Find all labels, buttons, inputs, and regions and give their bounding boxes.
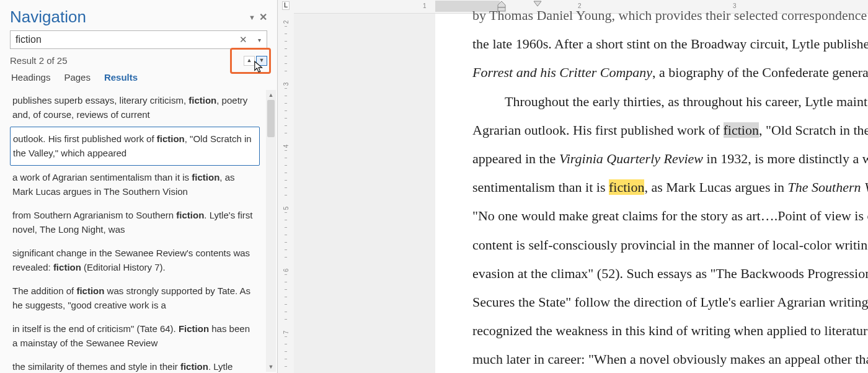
search-result-item[interactable]: outlook. His first published work of fic…	[10, 127, 260, 166]
document-line[interactable]: content is self-consciously provincial i…	[472, 231, 868, 259]
search-options-icon[interactable]: ▾	[258, 37, 261, 43]
document-line[interactable]: Throughout the early thirties, as throug…	[472, 88, 868, 116]
navigation-pane: Navigation ▼ ✕ ✕ ▾ Result 2 of 25 ▲ ▼	[0, 0, 278, 373]
result-nav-arrows: ▲ ▼	[244, 56, 267, 66]
document-line[interactable]: much later in career: "When a novel obvi…	[472, 345, 868, 373]
navigation-title: Navigation	[10, 7, 86, 27]
pane-options-icon[interactable]: ▼	[249, 14, 255, 21]
scroll-down-icon[interactable]: ▼	[266, 362, 276, 372]
tab-headings[interactable]: Headings	[11, 72, 50, 83]
search-result-item[interactable]: the similarity of themes and style in th…	[10, 355, 260, 373]
document-line[interactable]: sentimentalism than it is fiction, as Ma…	[472, 173, 868, 202]
result-count: Result 2 of 25	[10, 55, 68, 66]
results-list: publishes superb essays, literary critic…	[10, 89, 277, 373]
document-line[interactable]: Secures the State" follow the direction …	[472, 288, 868, 317]
prev-result-button[interactable]: ▲	[244, 56, 255, 66]
document-line[interactable]: the late 1960s. After a short stint on t…	[472, 30, 868, 58]
search-result-item[interactable]: The addition of fiction was strongly sup…	[10, 279, 260, 317]
hruler-mark: 1	[423, 2, 427, 9]
tab-results[interactable]: Results	[104, 72, 138, 83]
next-result-button[interactable]: ▼	[256, 56, 267, 66]
results-scrollbar[interactable]: ▲ ▼	[266, 89, 276, 373]
document-area: 1234 by Thomas Daniel Young, which provi…	[294, 0, 868, 373]
document-line[interactable]: appeared in the Virginia Quarterly Revie…	[472, 145, 868, 173]
pane-close-icon[interactable]: ✕	[259, 11, 267, 23]
tab-pages[interactable]: Pages	[64, 72, 91, 83]
document-line[interactable]: by Thomas Daniel Young, which provides t…	[472, 1, 868, 30]
document-line[interactable]: "No one would make great claims for the …	[472, 202, 868, 230]
search-result-item[interactable]: a work of Agrarian sentimentalism than i…	[10, 166, 260, 204]
search-result-item[interactable]: in itself is the end of criticism" (Tate…	[10, 317, 260, 355]
nav-tabs: Headings Pages Results	[11, 72, 266, 83]
document-line[interactable]: evasion at the climax" (52). Such essays…	[472, 259, 868, 288]
scroll-thumb[interactable]	[267, 100, 275, 137]
scroll-up-icon[interactable]: ▲	[266, 90, 276, 100]
search-clear-icon[interactable]: ✕	[239, 34, 247, 45]
document-line[interactable]: Forrest and his Critter Company, a biogr…	[472, 58, 868, 87]
search-box: ✕ ▾	[10, 30, 267, 49]
search-result-item[interactable]: significant change in the Sewanee Review…	[10, 241, 260, 279]
tab-stop-indicator[interactable]: L	[282, 1, 290, 10]
document-line[interactable]: Agrarian outlook. His first published wo…	[472, 116, 868, 145]
vertical-ruler[interactable]: L 234567	[278, 0, 294, 373]
document-page[interactable]: by Thomas Daniel Young, which provides t…	[435, 14, 868, 373]
search-result-item[interactable]: publishes superb essays, literary critic…	[10, 89, 260, 127]
search-result-item[interactable]: from Southern Agrarianism to Southern fi…	[10, 204, 260, 241]
document-line[interactable]: recognized the weakness in this kind of …	[472, 317, 868, 345]
search-input[interactable]	[10, 30, 267, 49]
